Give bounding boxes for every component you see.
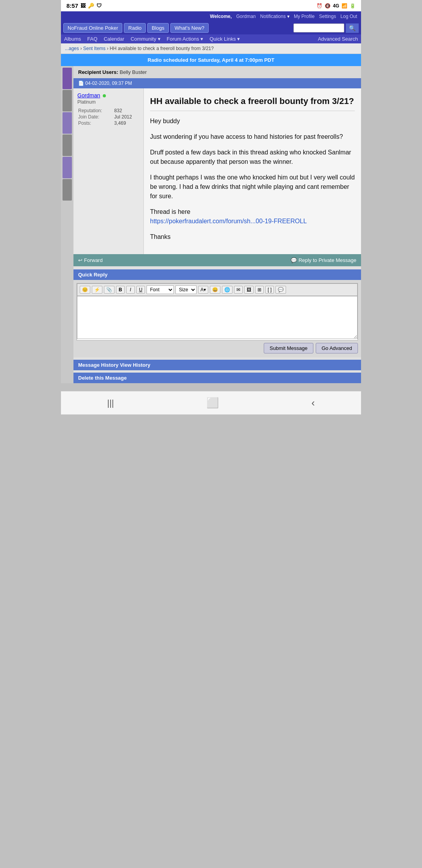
mute-icon: 🔇	[325, 3, 331, 9]
myprofile-link[interactable]: My Profile	[294, 14, 315, 19]
message-container: Recipient Users: Belly Buster 📄 04-02-20…	[61, 66, 361, 383]
breadcrumb-pages[interactable]: ...ages	[65, 46, 79, 51]
nav-nofraud[interactable]: NoFraud Online Poker	[63, 23, 122, 33]
nav-whatsnew[interactable]: What's New?	[170, 23, 209, 33]
message-text: HH available to check a freeroll bounty …	[144, 88, 361, 254]
message-thanks: Thanks	[150, 232, 355, 242]
message-header: 📄 04-02-2020, 09:37 PM	[73, 78, 361, 88]
status-left: 8:57 🖼 🔑 🛡	[66, 2, 102, 9]
sidebar-block-1	[63, 68, 72, 89]
message-subject: HH available to check a freeroll bounty …	[150, 95, 355, 111]
message-body-wrap: Gordman Platinum Reputation: 832 Join Da…	[73, 88, 361, 254]
reply-pm-link[interactable]: 💬 Reply to Private Message	[291, 257, 356, 263]
advanced-search-link[interactable]: Advanced Search	[318, 36, 358, 42]
main-nav: NoFraud Online Poker Radio Blogs What's …	[61, 22, 361, 34]
delete-message-header[interactable]: Delete this Message	[73, 373, 361, 383]
posts-label: Posts:	[78, 120, 113, 126]
home-button[interactable]: ⬜	[206, 397, 219, 409]
toolbar-format1[interactable]: ⚡	[92, 286, 102, 294]
signal-icon: 📶	[342, 3, 347, 9]
search-button[interactable]: 🔍	[346, 23, 359, 33]
quick-reply-header: Quick Reply	[73, 269, 361, 280]
username-link[interactable]: Gordman	[236, 14, 256, 19]
toolbar-row: 😊 ⚡ 📎 B I U Font Size A▾ 😀	[77, 283, 358, 296]
recipient-label: Recipient Users:	[78, 69, 118, 75]
size-select[interactable]: Size	[175, 285, 197, 294]
toolbar-table[interactable]: ⊞	[255, 286, 264, 294]
search-input[interactable]	[293, 23, 344, 32]
user-stats: Reputation: 832 Join Date: Jul 2012 Post…	[77, 107, 139, 127]
radio-banner: Radio scheduled for Saturday, April 4 at…	[61, 54, 361, 66]
toolbar-image[interactable]: 🖼	[244, 286, 254, 294]
posts-value: 3,469	[114, 120, 139, 126]
toolbar-underline[interactable]: U	[136, 286, 145, 294]
message-history-header[interactable]: Message History View History	[73, 360, 361, 370]
message-para4: Thread is here https://pokerfraudalert.c…	[150, 207, 355, 226]
toolbar-emoji2[interactable]: 🌐	[222, 286, 232, 294]
toolbar-misc[interactable]: 💬	[275, 286, 286, 294]
username-display[interactable]: Gordman	[77, 92, 139, 99]
sidebar-block-6	[63, 179, 72, 201]
message-link[interactable]: https://pokerfraudalert.com/forum/sh...0…	[150, 218, 307, 224]
toolbar-code[interactable]: [ ]	[265, 286, 274, 294]
alarm-icon: ⏰	[316, 3, 322, 9]
font-select[interactable]: Font	[147, 285, 174, 294]
breadcrumb-sep2: ›	[107, 46, 109, 51]
submit-message-button[interactable]: Submit Message	[264, 343, 313, 353]
menu-button[interactable]: |||	[107, 398, 114, 408]
key-icon: 🔑	[88, 3, 94, 9]
nav-forum-actions[interactable]: Forum Actions ▾	[167, 36, 204, 42]
nav-calendar[interactable]: Calendar	[104, 36, 124, 42]
joindate-label: Join Date:	[78, 114, 113, 120]
action-bar: ↩ Forward 💬 Reply to Private Message	[73, 254, 361, 266]
reputation-label: Reputation:	[78, 108, 113, 113]
message-para2: Druff posted a few days back in this thr…	[150, 148, 355, 167]
nav-faq[interactable]: FAQ	[87, 36, 97, 42]
settings-link[interactable]: Settings	[319, 14, 336, 19]
sidebar-block-3	[63, 112, 72, 134]
content-area: Recipient Users: Belly Buster 📄 04-02-20…	[61, 66, 361, 383]
toolbar-italic[interactable]: I	[126, 286, 135, 294]
toolbar-email[interactable]: ✉	[234, 286, 243, 294]
toolbar-emoji1[interactable]: 😀	[210, 286, 220, 294]
notifications-link[interactable]: Notifications	[260, 14, 286, 19]
breadcrumb-page-title: HH available to check a freeroll bounty …	[110, 46, 214, 51]
sub-nav: Albums FAQ Calendar Community ▾ Forum Ac…	[61, 34, 361, 43]
breadcrumb-sep1: ›	[80, 46, 83, 51]
user-info-panel: Gordman Platinum Reputation: 832 Join Da…	[73, 88, 144, 254]
nav-albums[interactable]: Albums	[64, 36, 81, 42]
photo-icon: 🖼	[80, 3, 86, 9]
message-greeting: Hey buddy	[150, 117, 355, 126]
nav-blogs[interactable]: Blogs	[147, 23, 169, 33]
nav-community[interactable]: Community ▾	[131, 36, 160, 42]
reply-icon: 💬	[291, 257, 297, 263]
toolbar-smilies[interactable]: 😊	[80, 286, 90, 294]
forward-icon: ↩	[78, 257, 82, 263]
breadcrumb-sent-items[interactable]: Sent Items	[83, 46, 106, 51]
top-nav: Welcome, Gordman Notifications ▾ My Prof…	[61, 11, 361, 22]
toolbar-format2[interactable]: 📎	[104, 286, 114, 294]
go-advanced-button[interactable]: Go Advanced	[316, 343, 358, 353]
back-button[interactable]: ‹	[311, 397, 315, 409]
left-sidebar	[61, 66, 73, 383]
sidebar-block-2	[63, 90, 72, 111]
toolbar-bold[interactable]: B	[116, 286, 125, 294]
message-timestamp: 04-02-2020, 09:37 PM	[85, 81, 132, 86]
username-link[interactable]: Gordman	[77, 92, 100, 99]
logout-link[interactable]: Log Out	[340, 14, 357, 19]
message-icon: 📄	[78, 81, 84, 86]
nav-quick-links[interactable]: Quick Links ▾	[209, 36, 240, 42]
reply-textarea[interactable]	[77, 296, 358, 339]
submit-row: Submit Message Go Advanced	[77, 341, 358, 354]
toolbar-color[interactable]: A▾	[198, 286, 208, 294]
recipient-bar: Recipient Users: Belly Buster	[73, 66, 361, 78]
message-para1: Just wondering if you have access to han…	[150, 132, 355, 142]
quick-reply-body: 😊 ⚡ 📎 B I U Font Size A▾ 😀	[73, 280, 361, 357]
breadcrumb: ...ages › Sent Items › HH available to c…	[61, 43, 361, 54]
user-rank: Platinum	[77, 99, 139, 105]
forward-link[interactable]: ↩ Forward	[78, 257, 103, 263]
reputation-value: 832	[114, 108, 139, 113]
nav-radio[interactable]: Radio	[124, 23, 146, 33]
online-indicator	[103, 94, 106, 97]
recipient-name: Belly Buster	[120, 69, 147, 75]
